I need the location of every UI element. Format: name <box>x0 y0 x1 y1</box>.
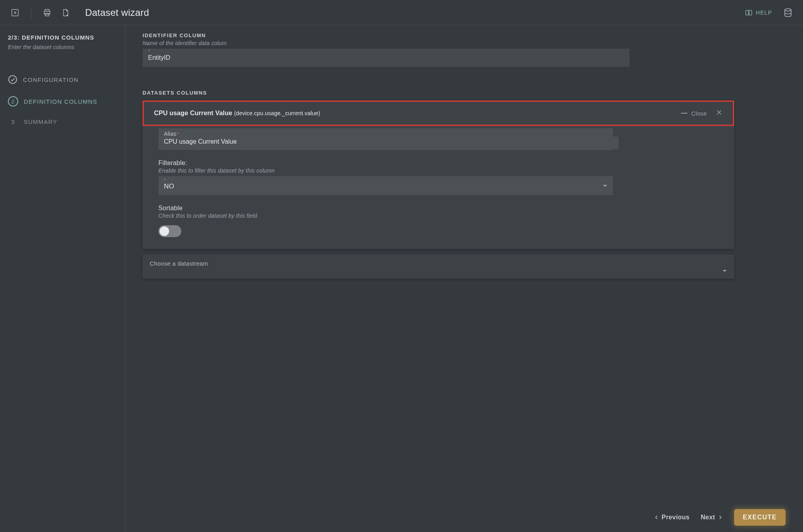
database-icon[interactable] <box>782 7 793 18</box>
page-title: Dataset wizard <box>85 7 149 18</box>
minus-icon <box>681 113 687 114</box>
step-configuration[interactable]: CONFIGURATION <box>8 75 117 84</box>
chevron-down-icon <box>603 182 607 189</box>
svg-point-4 <box>785 9 791 11</box>
step-label: SUMMARY <box>24 118 57 125</box>
panel-title: CPU usage Current Value (device.cpu.usag… <box>154 110 320 117</box>
step-number: 2 <box>8 96 18 106</box>
sortable-desc: Check this to order dataset by this fiel… <box>158 213 718 219</box>
panel-header[interactable]: CPU usage Current Value (device.cpu.usag… <box>143 101 734 126</box>
svg-rect-3 <box>45 13 49 15</box>
alias-input[interactable] <box>164 137 618 149</box>
help-button[interactable]: HELP <box>745 9 772 17</box>
previous-label: Previous <box>662 514 690 521</box>
sortable-toggle[interactable] <box>158 225 181 237</box>
identifier-input[interactable] <box>143 49 630 67</box>
next-label: Next <box>701 514 715 521</box>
close-label: Close <box>691 110 707 117</box>
sidebar-progress-title: 2/3: DEFINITION COLUMNS <box>8 34 117 41</box>
choose-datastream-select[interactable]: Choose a datastream <box>143 255 734 279</box>
filterable-select[interactable]: * NO <box>158 176 613 195</box>
dataset-column-panel: CPU usage Current Value (device.cpu.usag… <box>143 101 734 249</box>
step-label: CONFIGURATION <box>23 76 78 83</box>
filterable-value: NO <box>164 181 607 190</box>
wizard-footer: Previous Next EXECUTE <box>125 503 803 532</box>
toggle-knob <box>160 226 169 236</box>
alias-field-wrap[interactable]: Alias* <box>158 128 613 150</box>
main-pane: IDENTIFIER COLUMN Name of the identifier… <box>125 25 803 532</box>
identifier-section-desc: Name of the identifier data colum <box>143 40 786 46</box>
execute-button[interactable]: EXECUTE <box>734 509 786 526</box>
required-star: * <box>164 178 166 183</box>
step-definition-columns[interactable]: 2 DEFINITION COLUMNS <box>8 96 117 106</box>
print-icon[interactable] <box>42 7 53 18</box>
required-star: * <box>148 48 150 54</box>
step-label: DEFINITION COLUMNS <box>24 98 97 105</box>
remove-panel-icon[interactable] <box>715 109 723 118</box>
close-wizard-icon[interactable] <box>10 7 21 18</box>
sidebar-progress-sub: Enter the dataset columns <box>8 44 117 50</box>
new-doc-icon[interactable] <box>60 7 71 18</box>
alias-label: Alias* <box>164 131 179 137</box>
datasets-section-label: DATASETS COLUMNS <box>143 90 734 96</box>
filterable-label: Filterable: <box>158 160 718 167</box>
next-button[interactable]: Next <box>701 514 723 521</box>
collapse-button[interactable]: Close <box>681 110 707 117</box>
previous-button[interactable]: Previous <box>654 514 690 521</box>
topbar: Dataset wizard HELP <box>0 0 803 25</box>
separator <box>31 7 31 18</box>
sidebar: 2/3: DEFINITION COLUMNS Enter the datase… <box>0 25 125 532</box>
svg-point-5 <box>9 76 17 84</box>
chevron-down-icon <box>722 268 727 274</box>
help-label: HELP <box>756 10 772 16</box>
execute-label: EXECUTE <box>743 514 777 521</box>
filterable-desc: Enable this to filter this dataset by th… <box>158 167 718 174</box>
sortable-label: Sortable <box>158 205 718 212</box>
step-summary[interactable]: 3 SUMMARY <box>8 118 117 125</box>
choose-datastream-label: Choose a datastream <box>150 260 727 267</box>
step-number: 3 <box>8 118 18 125</box>
identifier-section-label: IDENTIFIER COLUMN <box>143 32 786 38</box>
